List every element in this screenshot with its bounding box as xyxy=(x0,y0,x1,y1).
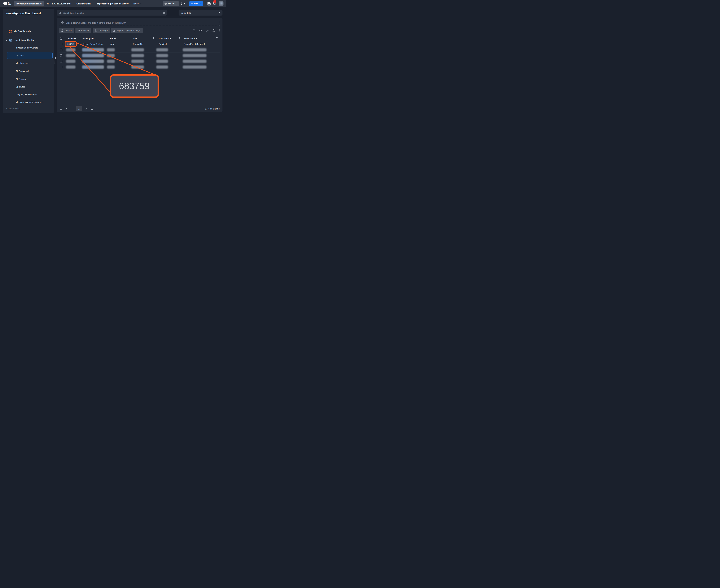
avatar[interactable] xyxy=(219,1,223,6)
event-id-cell[interactable]: 683759 xyxy=(66,42,76,46)
redacted-cell xyxy=(107,54,115,57)
redacted-cell xyxy=(131,60,144,63)
tab-label: Investigation Dashboard xyxy=(16,2,42,5)
chevron-left-icon xyxy=(55,57,56,59)
table-row xyxy=(59,64,220,70)
action-label: Export Selected Event(s) xyxy=(117,29,141,32)
dismiss-icon xyxy=(61,29,63,32)
info-button[interactable] xyxy=(181,2,185,5)
sidebar-item-investigated-by-others[interactable]: Investigated by Others xyxy=(7,44,53,51)
escalate-button[interactable]: Escalate xyxy=(76,28,92,33)
redacted-cell xyxy=(183,65,206,69)
first-page-icon xyxy=(60,108,62,110)
d3-logo[interactable]: D3 xyxy=(3,2,11,6)
release-notes-button[interactable] xyxy=(207,2,211,5)
filter-funnel-icon[interactable] xyxy=(216,37,218,39)
refresh-icon[interactable] xyxy=(212,29,215,32)
redacted-cell xyxy=(66,54,76,57)
sidebar-item-all-events[interactable]: All Events xyxy=(7,76,53,82)
more-menu[interactable]: More xyxy=(131,2,144,5)
chevron-down-icon xyxy=(176,3,177,4)
select-all-checkbox[interactable] xyxy=(60,37,62,40)
redacted-cell xyxy=(183,60,206,63)
sidebar-item-all-dismissed[interactable]: All Dismissed xyxy=(7,60,53,67)
row-checkbox[interactable] xyxy=(60,43,62,45)
redacted-cell xyxy=(156,54,168,57)
assign-to-me-link[interactable]: Assign To Me & View xyxy=(82,41,103,47)
filter-funnel-icon[interactable] xyxy=(179,37,180,39)
redacted-cell xyxy=(131,48,144,51)
redacted-cell xyxy=(156,60,168,63)
redacted-cell xyxy=(107,60,115,63)
dismiss-button[interactable]: Dismiss xyxy=(59,28,74,33)
redacted-cell xyxy=(183,48,206,51)
last-page-button[interactable] xyxy=(91,106,94,111)
reassign-button[interactable]: Reassign xyxy=(93,28,110,33)
clear-icon xyxy=(163,12,165,14)
next-page-button[interactable] xyxy=(84,106,88,111)
redacted-cell xyxy=(183,54,206,57)
search-bar xyxy=(57,10,167,16)
filter-off-icon[interactable] xyxy=(193,29,196,32)
sidebar-collapse-button[interactable] xyxy=(54,57,57,60)
sidebar-item-all-open[interactable]: All Open xyxy=(7,52,53,59)
row-checkbox[interactable] xyxy=(60,60,62,62)
first-page-button[interactable] xyxy=(59,106,63,111)
master-version-selector[interactable]: Master xyxy=(163,1,179,6)
column-header-site[interactable]: Site xyxy=(133,36,137,41)
current-page[interactable]: 1 xyxy=(76,106,82,111)
more-options-icon[interactable] xyxy=(219,29,220,32)
column-resize-icon[interactable] xyxy=(199,29,202,32)
new-button[interactable]: New xyxy=(189,1,203,6)
redacted-cell xyxy=(82,60,104,63)
tab-investigation-dashboard[interactable]: Investigation Dashboard xyxy=(14,0,44,7)
sidebar-item-ongoing-surveillance[interactable]: Ongoing Surveillance xyxy=(7,91,53,98)
dropdown-caret-icon xyxy=(219,13,220,14)
sidebar-item-investigated-by-me[interactable]: Investigated by Me xyxy=(7,37,53,43)
event-source-cell: Demo Event Source 1 xyxy=(184,41,205,47)
tab-configuration[interactable]: Configuration xyxy=(74,0,93,7)
topbar-tabs: Investigation DashboardMITRE ATT&CK Moni… xyxy=(14,0,131,7)
sidebar-item-all-escalated[interactable]: All Escalated xyxy=(7,68,53,75)
column-header-status[interactable]: Status xyxy=(109,36,116,41)
table-body: 683759Assign To Me & ViewNewDemo SiteZen… xyxy=(59,41,220,70)
sidebar-item-all-events-amer-tenant-1[interactable]: All Events (AMER Tenant-1) xyxy=(7,99,53,106)
column-header-event-source[interactable]: Event Source xyxy=(184,36,197,41)
column-header-investigator[interactable]: Investigator xyxy=(82,36,94,41)
redacted-cell xyxy=(82,65,104,69)
row-checkbox[interactable] xyxy=(60,49,62,51)
row-checkbox[interactable] xyxy=(60,55,62,57)
sidebar-resize-handle[interactable] xyxy=(55,60,56,64)
redacted-cell xyxy=(107,48,115,51)
status-cell: New xyxy=(109,41,114,47)
tab-preprocessing-playbook-viewer[interactable]: Preprocessing Playbook Viewer xyxy=(93,0,131,7)
sort-icon[interactable] xyxy=(206,29,209,32)
notifications-button[interactable]: 3 xyxy=(213,2,216,5)
master-label: Master xyxy=(168,2,175,5)
filter-funnel-icon[interactable] xyxy=(153,37,154,39)
topbar-right: Master New 3 xyxy=(163,1,223,6)
tab-mitre-att-ck-monitor[interactable]: MITRE ATT&CK Monitor xyxy=(44,0,74,7)
export-selected-event-s-button[interactable]: Export Selected Event(s) xyxy=(111,28,143,33)
search-input[interactable] xyxy=(63,12,162,14)
escalate-icon xyxy=(78,29,80,32)
site-cell: Demo Site xyxy=(133,41,143,47)
site-filter-dropdown[interactable]: Demo Site xyxy=(179,10,222,16)
chevron-down-icon xyxy=(140,3,141,4)
sidebar-item-uploaded[interactable]: Uploaded xyxy=(7,83,53,90)
group-by-hint: Drag a column header and drop it here to… xyxy=(66,22,126,24)
table-header: EventIDInvestigatorStatusSiteData Source… xyxy=(59,36,220,41)
prev-page-button[interactable] xyxy=(65,106,69,111)
reassign-icon xyxy=(95,29,97,32)
clear-search-button[interactable] xyxy=(163,12,165,14)
redacted-cell xyxy=(131,65,144,69)
column-header-data-source[interactable]: Data Source xyxy=(159,36,171,41)
tab-label: MITRE ATT&CK Monitor xyxy=(47,2,71,5)
export-icon xyxy=(113,29,115,32)
group-by-drop-zone[interactable]: Drag a column header and drop it here to… xyxy=(59,20,220,26)
column-header-eventid[interactable]: EventID xyxy=(68,36,76,41)
redacted-cell xyxy=(66,60,76,63)
site-filter-value: Demo Site xyxy=(181,12,191,14)
topbar: D3 Investigation DashboardMITRE ATT&CK M… xyxy=(0,0,226,7)
row-checkbox[interactable] xyxy=(60,66,62,68)
